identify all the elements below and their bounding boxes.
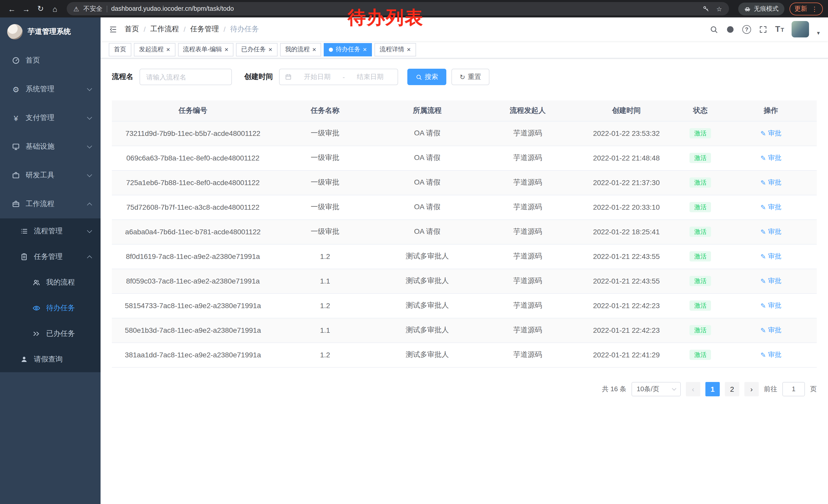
cell-task-name: 1.2 (274, 342, 376, 367)
sidebar-item-process-mgmt[interactable]: 流程管理 (0, 218, 100, 244)
page-2-button[interactable]: 2 (725, 382, 739, 396)
bookmark-star-icon[interactable]: ☆ (716, 5, 722, 12)
sidebar-item-leave-query[interactable]: 请假查询 (0, 347, 100, 372)
approve-link[interactable]: ✎ 审批 (760, 202, 781, 212)
browser-back-icon[interactable]: ← (5, 2, 18, 15)
close-icon[interactable]: × (166, 46, 170, 53)
tags-view: 首页 发起流程 × 流程表单-编辑 × 已办任务 × 我的流程 × 待办任务 × (100, 41, 828, 58)
browser-update-button[interactable]: 更新 ⋮ (789, 2, 823, 15)
start-date-placeholder[interactable]: 开始日期 (295, 72, 340, 82)
tab-done-tasks[interactable]: 已办任务 × (236, 43, 277, 56)
col-action: 操作 (725, 100, 817, 121)
security-label[interactable]: 不安全 (83, 4, 102, 13)
sidebar-item-infra[interactable]: 基础设施 (0, 132, 100, 161)
browser-reload-icon[interactable]: ↻ (34, 2, 47, 15)
tab-form-edit[interactable]: 流程表单-编辑 × (178, 43, 234, 56)
tab-label: 我的流程 (285, 45, 310, 54)
cell-status: 激活 (676, 318, 725, 342)
tab-home[interactable]: 首页 (109, 43, 131, 56)
end-date-placeholder[interactable]: 结束日期 (348, 72, 392, 82)
breadcrumb-workflow[interactable]: 工作流程 (150, 25, 179, 34)
sidebar-item-done-tasks[interactable]: 已办任务 (0, 321, 100, 347)
tab-my-process[interactable]: 我的流程 × (280, 43, 321, 56)
sidebar-item-payment[interactable]: ¥ 支付管理 (0, 103, 100, 132)
approve-link[interactable]: ✎ 审批 (760, 326, 781, 335)
breadcrumb-home[interactable]: 首页 (125, 25, 139, 34)
cell-process: 测试多审批人 (376, 342, 478, 367)
sidebar-item-label: 研发工具 (26, 171, 54, 180)
process-name-input[interactable] (139, 69, 232, 85)
sidebar-item-workflow[interactable]: 工作流程 (0, 190, 100, 218)
search-icon[interactable] (709, 25, 718, 34)
next-page-button[interactable]: › (744, 382, 759, 396)
browser-forward-icon[interactable]: → (19, 2, 33, 15)
sidebar-item-task-mgmt[interactable]: 任务管理 (0, 244, 100, 270)
sidebar-item-label: 系统管理 (26, 85, 54, 94)
close-icon[interactable]: × (313, 46, 316, 53)
sidebar-item-todo-tasks[interactable]: 待办任务 (0, 295, 100, 321)
date-range-picker[interactable]: 开始日期 - 结束日期 (279, 69, 398, 85)
cell-action: ✎ 审批 (725, 342, 817, 367)
approve-link[interactable]: ✎ 审批 (760, 301, 781, 310)
approve-link[interactable]: ✎ 审批 (760, 252, 781, 261)
table-row: 73211d9d-7b9b-11ec-b5b7-acde48001122 一级审… (112, 121, 817, 146)
sidebar-fold-icon[interactable] (109, 25, 118, 34)
update-label[interactable]: 更新 (794, 4, 807, 13)
browser-home-icon[interactable]: ⌂ (48, 2, 61, 15)
chevron-up-icon (87, 202, 92, 208)
cell-created: 2022-01-21 22:42:23 (577, 318, 676, 342)
sidebar-item-home[interactable]: 首页 (0, 46, 100, 75)
close-icon[interactable]: × (407, 46, 411, 53)
tab-start-process[interactable]: 发起流程 × (134, 43, 175, 56)
goto-label: 前往 (764, 384, 777, 394)
sidebar-item-devtools[interactable]: 研发工具 (0, 161, 100, 190)
status-badge: 激活 (690, 325, 711, 335)
page-size-select[interactable]: 10条/页 (631, 382, 681, 396)
github-icon[interactable] (726, 25, 735, 34)
create-time-label: 创建时间 (244, 72, 273, 82)
logo-avatar-image (7, 24, 23, 40)
table-row: 725a1eb6-7b88-11ec-8ef0-acde48001122 一级审… (112, 170, 817, 195)
key-icon[interactable] (703, 5, 710, 12)
approve-link[interactable]: ✎ 审批 (760, 227, 781, 236)
prev-page-button[interactable]: ‹ (686, 382, 700, 396)
tab-process-detail[interactable]: 流程详情 × (374, 43, 416, 56)
close-icon[interactable]: × (363, 46, 367, 53)
page-1-button[interactable]: 1 (705, 382, 720, 396)
approve-link[interactable]: ✎ 审批 (760, 276, 781, 286)
close-icon[interactable]: × (268, 46, 272, 53)
cell-action: ✎ 审批 (725, 220, 817, 244)
caret-down-icon[interactable]: ▾ (817, 30, 820, 37)
close-icon[interactable]: × (224, 46, 228, 53)
breadcrumb-task-mgmt[interactable]: 任务管理 (190, 25, 219, 34)
approve-link[interactable]: ✎ 审批 (760, 129, 781, 138)
goto-page-input[interactable] (782, 382, 805, 396)
tab-todo-tasks[interactable]: 待办任务 × (324, 43, 372, 56)
sidebar-item-my-process[interactable]: 我的流程 (0, 270, 100, 295)
browser-menu-icon[interactable]: ⋮ (811, 5, 818, 12)
double-chevron-icon (32, 330, 41, 338)
col-created: 创建时间 (577, 100, 676, 121)
cell-status: 激活 (676, 170, 725, 195)
approve-link[interactable]: ✎ 审批 (760, 178, 781, 187)
address-bar[interactable]: ⚠ 不安全 dashboard.yudao.iocoder.cn/bpm/tas… (67, 2, 729, 15)
status-badge: 激活 (690, 301, 711, 311)
goto-unit: 页 (810, 384, 817, 394)
cell-action: ✎ 审批 (725, 121, 817, 146)
sidebar-item-system[interactable]: ⚙ 系统管理 (0, 75, 100, 103)
user-avatar[interactable] (792, 21, 809, 37)
fullscreen-icon[interactable] (759, 25, 768, 34)
cell-process: OA 请假 (376, 146, 478, 170)
search-button[interactable]: 搜索 (407, 69, 446, 85)
cell-initiator: 芋道源码 (479, 244, 577, 269)
refresh-icon: ↻ (460, 74, 465, 80)
approve-link[interactable]: ✎ 审批 (760, 350, 781, 359)
font-size-icon[interactable]: TT (775, 25, 784, 33)
status-badge: 激活 (690, 350, 711, 360)
reset-button[interactable]: ↻ 重置 (451, 69, 489, 85)
cell-initiator: 芋道源码 (479, 293, 577, 318)
chevron-down-icon (87, 114, 92, 120)
app-logo[interactable]: 芋道管理系统 (0, 17, 100, 46)
approve-link[interactable]: ✎ 审批 (760, 153, 781, 163)
help-icon[interactable]: ? (742, 25, 751, 34)
